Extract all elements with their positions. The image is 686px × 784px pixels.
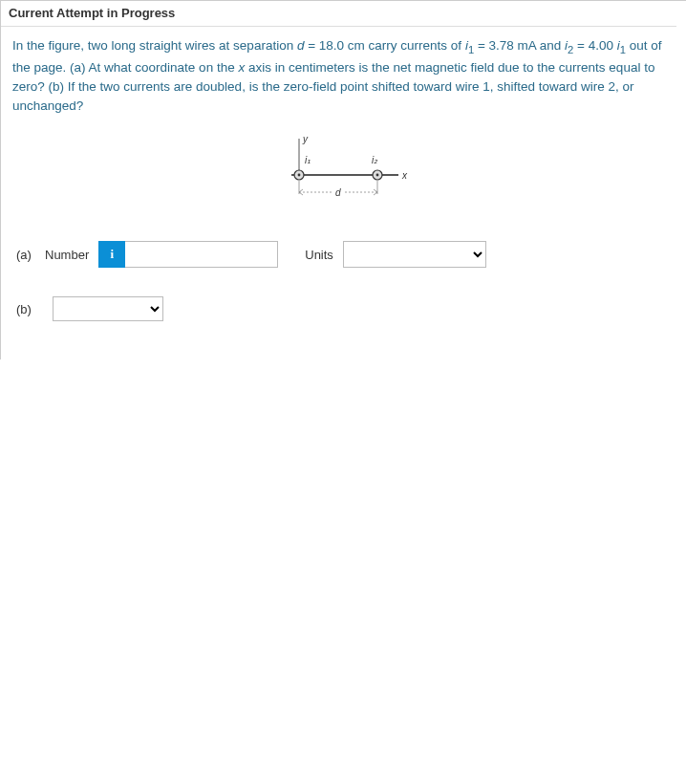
part-a-label: (a)	[16, 248, 45, 262]
figure: y i₁ i₂ x d	[9, 129, 676, 231]
number-label: Number	[45, 248, 89, 262]
part-b-select[interactable]	[53, 296, 163, 321]
part-b-label: (b)	[16, 302, 45, 316]
text: = 4.00	[573, 38, 616, 53]
part-a-row: (a) Number i Units	[16, 241, 676, 268]
part-b-row: (b)	[16, 296, 676, 321]
text: = 18.0 cm carry currents of	[304, 38, 464, 53]
answer-area: (a) Number i Units (b)	[9, 231, 676, 321]
attempt-header: Current Attempt in Progress	[1, 6, 676, 27]
text: In the figure, two long straight wires a…	[12, 38, 297, 53]
question-container: Current Attempt in Progress In the figur…	[0, 0, 686, 359]
x-axis-label: x	[401, 170, 408, 181]
number-input[interactable]	[125, 241, 278, 268]
text: = 3.78 mA and	[474, 38, 565, 53]
units-select[interactable]	[343, 241, 486, 268]
i1-label: i₁	[305, 155, 311, 165]
units-label: Units	[305, 248, 333, 262]
problem-statement: In the figure, two long straight wires a…	[9, 36, 676, 129]
i2-label: i₂	[372, 155, 378, 165]
d-label: d	[335, 187, 341, 198]
info-icon[interactable]: i	[98, 241, 125, 268]
svg-point-3	[297, 174, 300, 177]
diagram-svg: y i₁ i₂ x d	[257, 133, 429, 209]
svg-point-5	[375, 174, 378, 177]
y-axis-label: y	[302, 134, 309, 144]
